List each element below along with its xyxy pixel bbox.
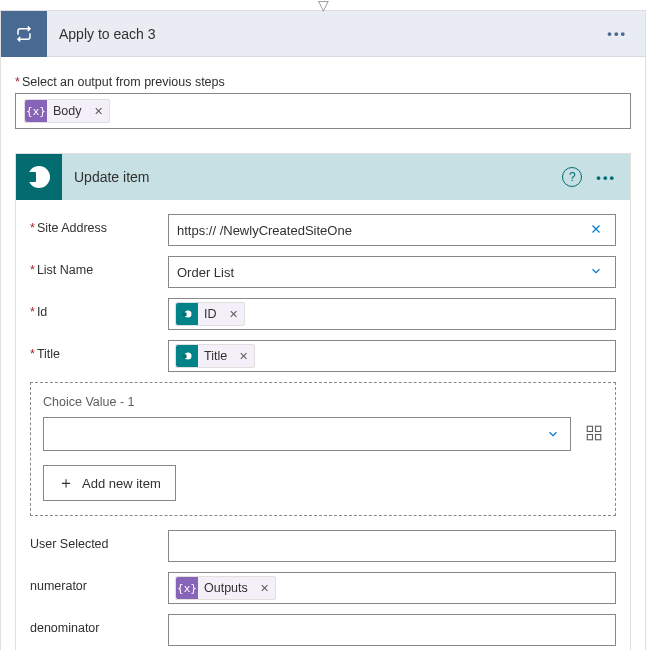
update-item-card: Update item ? ••• *Site Address https://… (15, 153, 631, 650)
update-item-menu-button[interactable]: ••• (592, 166, 620, 189)
update-item-title: Update item (62, 169, 562, 185)
svg-rect-4 (587, 426, 592, 431)
numerator-input[interactable]: {x} Outputs ✕ (168, 572, 616, 604)
site-address-input[interactable]: https:// /NewlyCreatedSiteOne (168, 214, 616, 246)
flow-arrow-down: ▽ (0, 0, 646, 10)
remove-token-button[interactable]: ✕ (254, 582, 275, 595)
list-name-label: *List Name (30, 256, 168, 277)
sharepoint-token-icon (176, 303, 198, 325)
plus-icon: ＋ (58, 473, 74, 494)
user-selected-input[interactable] (168, 530, 616, 562)
add-new-item-button[interactable]: ＋ Add new item (43, 465, 176, 501)
output-select-input[interactable]: {x} Body ✕ (15, 93, 631, 129)
choice-value-title: Choice Value - 1 (43, 395, 603, 409)
site-address-value: https:// /NewlyCreatedSiteOne (177, 223, 585, 238)
id-label: *Id (30, 298, 168, 319)
clear-site-address-button[interactable] (585, 222, 607, 239)
apply-to-each-menu-button[interactable]: ••• (601, 22, 633, 45)
expression-icon: {x} (25, 100, 47, 122)
id-token[interactable]: ID ✕ (175, 302, 245, 326)
list-name-value: Order List (177, 265, 585, 280)
update-item-header[interactable]: Update item ? ••• (16, 154, 630, 200)
update-item-body: *Site Address https:// /NewlyCreatedSite… (16, 200, 630, 650)
expression-icon: {x} (176, 577, 198, 599)
denominator-label: denominator (30, 614, 168, 635)
svg-rect-3 (183, 355, 187, 359)
help-icon[interactable]: ? (562, 167, 582, 187)
list-name-select[interactable]: Order List (168, 256, 616, 288)
numerator-label: numerator (30, 572, 168, 593)
site-address-label: *Site Address (30, 214, 168, 235)
title-token[interactable]: Title ✕ (175, 344, 255, 368)
svg-rect-7 (596, 434, 601, 439)
outputs-token[interactable]: {x} Outputs ✕ (175, 576, 276, 600)
svg-rect-1 (183, 313, 187, 317)
apply-to-each-header[interactable]: Apply to each 3 ••• (1, 11, 645, 57)
token-label: Body (47, 104, 88, 118)
token-label: Title (198, 349, 233, 363)
svg-rect-5 (596, 426, 601, 431)
chevron-down-icon (585, 264, 607, 281)
sharepoint-icon (16, 154, 62, 200)
token-label: ID (198, 307, 223, 321)
body-token[interactable]: {x} Body ✕ (24, 99, 110, 123)
output-select-label: *Select an output from previous steps (15, 75, 631, 89)
user-selected-label: User Selected (30, 530, 168, 551)
remove-token-button[interactable]: ✕ (233, 350, 254, 363)
sharepoint-token-icon (176, 345, 198, 367)
switch-mode-icon[interactable] (585, 424, 603, 445)
remove-token-button[interactable]: ✕ (88, 105, 109, 118)
add-new-item-label: Add new item (82, 476, 161, 491)
title-label: *Title (30, 340, 168, 361)
choice-value-section: Choice Value - 1 (30, 382, 616, 516)
loop-icon (1, 11, 47, 57)
apply-to-each-body: *Select an output from previous steps {x… (1, 57, 645, 650)
apply-to-each-title: Apply to each 3 (47, 26, 601, 42)
remove-token-button[interactable]: ✕ (223, 308, 244, 321)
title-input[interactable]: Title ✕ (168, 340, 616, 372)
token-label: Outputs (198, 581, 254, 595)
denominator-input[interactable] (168, 614, 616, 646)
id-input[interactable]: ID ✕ (168, 298, 616, 330)
choice-value-select[interactable] (43, 417, 571, 451)
apply-to-each-card: Apply to each 3 ••• *Select an output fr… (0, 10, 646, 650)
svg-rect-6 (587, 434, 592, 439)
